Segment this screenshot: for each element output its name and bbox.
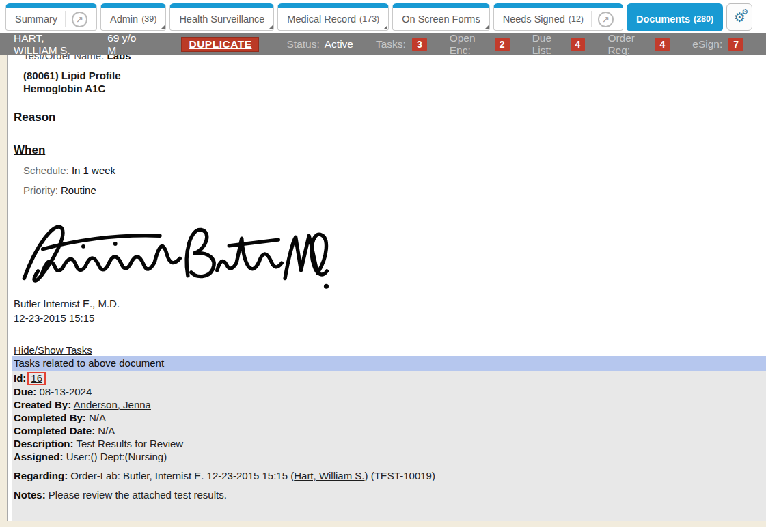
task-completed-date-value: N/A <box>98 425 115 436</box>
tab-count: (173) <box>359 14 379 24</box>
task-regarding-row: Regarding: Order-Lab: Butler, Internist … <box>14 469 766 482</box>
task-due-value: 08-13-2024 <box>40 386 92 397</box>
dropdown-fold-icon <box>484 25 489 29</box>
open-enc-count-badge[interactable]: 2 <box>495 38 510 51</box>
stat-label: Tasks: <box>376 38 406 51</box>
task-description-label: Description: <box>14 438 74 449</box>
task-due-label: Due: <box>14 386 36 397</box>
esign-count-badge[interactable]: 7 <box>728 38 743 51</box>
task-notes-row: Notes: Please review the attached test r… <box>14 488 766 501</box>
highlight-box: 16 <box>27 372 46 385</box>
when-heading: When <box>14 143 766 157</box>
task-id-row: Id:16 <box>14 372 766 385</box>
tasks-detail-block: Id:16 Due: 08-13-2024 Created By: Anders… <box>12 371 766 521</box>
patient-status: Status: Active <box>286 38 353 51</box>
schedule-label: Schedule: <box>23 165 69 176</box>
task-id-label: Id: <box>14 372 26 384</box>
popout-icon[interactable]: ↗ <box>598 12 614 27</box>
tab-label: Documents <box>636 14 690 25</box>
patient-header-bar: HART, WILLIAM S. 69 y/o M DUPLICATE Stat… <box>0 33 766 55</box>
tab-label: Needs Signed <box>503 14 565 25</box>
tab-label: On Screen Forms <box>402 14 480 25</box>
duplicate-alert-button[interactable]: DUPLICATE <box>181 37 259 52</box>
tab-bar: Summary ↗ Admin (39) Health Surveillance… <box>0 0 766 31</box>
task-assigned-label: Assigned: <box>14 451 64 462</box>
stat-label: eSign: <box>692 38 722 51</box>
task-completed-by-value: N/A <box>89 412 106 423</box>
task-regarding-label: Regarding: <box>14 470 68 481</box>
tab-health-surveillance[interactable]: Health Surveillance <box>169 3 274 31</box>
regarding-patient-link[interactable]: Hart, William S. <box>294 470 364 481</box>
section-divider <box>14 137 766 137</box>
task-completed-date-label: Completed Date: <box>14 425 95 436</box>
stat-due-list: Due List: 4 <box>532 32 586 57</box>
task-regarding-suffix: ) (TEST-10019) <box>365 470 435 481</box>
task-due-row: Due: 08-13-2024 <box>14 385 766 398</box>
tab-label: Medical Record <box>287 14 356 25</box>
hide-show-tasks-link[interactable]: Hide/Show Tasks <box>14 344 92 356</box>
tab-label: Summary <box>15 14 57 25</box>
task-notes-value: Please review the attached test results. <box>49 489 227 501</box>
task-created-by-label: Created By: <box>14 399 71 410</box>
stat-tasks: Tasks: 3 <box>376 38 427 51</box>
created-by-link[interactable]: Anderson, Jenna <box>74 399 151 410</box>
popout-arrow-glyph: ↗ <box>602 15 610 24</box>
due-list-count-badge[interactable]: 4 <box>571 38 586 51</box>
status-value: Active <box>325 38 353 51</box>
app-window: Summary ↗ Admin (39) Health Surveillance… <box>0 0 766 527</box>
dropdown-fold-icon <box>383 25 387 29</box>
task-description-row: Description: Test Results for Review <box>14 437 766 450</box>
popout-icon[interactable]: ↗ <box>72 12 87 27</box>
task-description-value: Test Results for Review <box>76 438 183 449</box>
tab-label: Admin <box>110 14 138 25</box>
clipped-order-name-line: Test/Order Name: Labs <box>14 55 766 63</box>
task-completed-date-row: Completed Date: N/A <box>14 424 766 437</box>
reason-heading: Reason <box>14 111 766 124</box>
status-label: Status: <box>286 38 319 51</box>
tab-summary[interactable]: Summary ↗ <box>5 3 97 31</box>
stat-label: Open Enc: <box>450 32 489 57</box>
tab-count: (280) <box>694 14 713 24</box>
patient-age-sex: 69 y/o M <box>107 32 141 57</box>
tab-separator <box>65 11 66 27</box>
settings-button[interactable]: ⚙ ⚙ <box>726 3 752 31</box>
ordered-tests-list: (80061) Lipid Profile Hemoglobin A1C <box>14 69 766 95</box>
task-id-link[interactable]: 16 <box>31 372 42 384</box>
patient-name: HART, WILLIAM S. <box>14 32 90 57</box>
order-name-label: Test/Order Name: <box>23 55 104 61</box>
tab-needs-signed[interactable]: Needs Signed (12) ↗ <box>493 3 623 31</box>
tab-label: Health Surveillance <box>179 14 264 25</box>
tab-admin[interactable]: Admin (39) <box>100 3 166 31</box>
priority-line: Priority: Routine <box>14 184 766 197</box>
signer-name: Butler Internist E., M.D. <box>14 296 766 311</box>
task-created-by-row: Created By: Anderson, Jenna <box>14 398 766 411</box>
stat-label: Order Req: <box>607 32 648 57</box>
gear-small-icon: ⚙ <box>741 8 748 16</box>
priority-label: Priority: <box>23 184 58 196</box>
stat-open-enc: Open Enc: 2 <box>450 32 510 57</box>
ordered-test: Hemoglobin A1C <box>23 82 766 95</box>
tab-count: (12) <box>569 14 584 24</box>
task-notes-label: Notes: <box>14 489 46 501</box>
tasks-region: Hide/Show Tasks Tasks related to above d… <box>8 335 766 521</box>
tasks-count-badge[interactable]: 3 <box>412 38 427 51</box>
tab-documents[interactable]: Documents (280) <box>627 3 723 31</box>
schedule-value: In 1 week <box>72 165 115 176</box>
page-background: Test/Order Name: Labs (80061) Lipid Prof… <box>0 55 766 527</box>
ordered-test: (80061) Lipid Profile <box>23 69 766 82</box>
priority-value: Routine <box>61 184 96 196</box>
task-regarding-prefix: Order-Lab: Butler, Internist E. 12-23-20… <box>70 470 294 481</box>
task-assigned-row: Assigned: User:() Dept:(Nursing) <box>14 450 766 463</box>
order-name-value: Labs <box>107 55 131 61</box>
order-req-count-badge[interactable]: 4 <box>655 38 670 51</box>
schedule-line: Schedule: In 1 week <box>14 164 766 177</box>
task-completed-by-label: Completed By: <box>14 412 86 423</box>
signed-datetime: 12-23-2015 15:15 <box>14 311 766 325</box>
tab-on-screen-forms[interactable]: On Screen Forms <box>392 3 489 31</box>
tasks-header-row: Tasks related to above document <box>12 356 766 371</box>
signature-image <box>14 217 331 294</box>
task-assigned-value: User:() Dept:(Nursing) <box>66 451 167 462</box>
dropdown-fold-icon <box>161 25 165 29</box>
tab-medical-record[interactable]: Medical Record (173) <box>277 3 389 31</box>
popout-arrow-glyph: ↗ <box>76 15 83 24</box>
